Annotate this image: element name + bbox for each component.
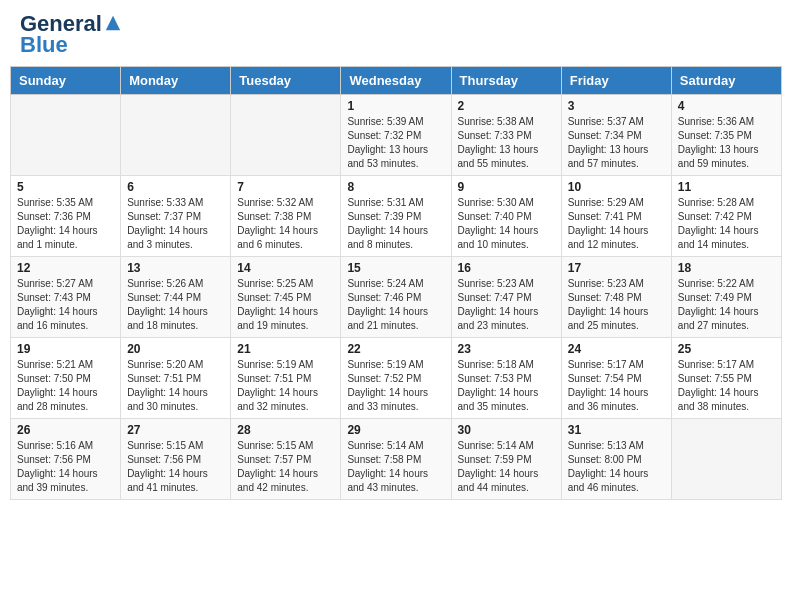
day-number: 17 [568, 261, 665, 275]
calendar-cell: 29Sunrise: 5:14 AMSunset: 7:58 PMDayligh… [341, 419, 451, 500]
day-info: Sunrise: 5:27 AMSunset: 7:43 PMDaylight:… [17, 277, 114, 333]
calendar-week-row: 12Sunrise: 5:27 AMSunset: 7:43 PMDayligh… [11, 257, 782, 338]
calendar-cell: 4Sunrise: 5:36 AMSunset: 7:35 PMDaylight… [671, 95, 781, 176]
day-number: 11 [678, 180, 775, 194]
day-number: 1 [347, 99, 444, 113]
calendar-week-row: 5Sunrise: 5:35 AMSunset: 7:36 PMDaylight… [11, 176, 782, 257]
day-number: 23 [458, 342, 555, 356]
day-info: Sunrise: 5:16 AMSunset: 7:56 PMDaylight:… [17, 439, 114, 495]
day-info: Sunrise: 5:19 AMSunset: 7:51 PMDaylight:… [237, 358, 334, 414]
calendar-cell: 3Sunrise: 5:37 AMSunset: 7:34 PMDaylight… [561, 95, 671, 176]
day-number: 13 [127, 261, 224, 275]
logo: General Blue [20, 12, 122, 58]
day-info: Sunrise: 5:20 AMSunset: 7:51 PMDaylight:… [127, 358, 224, 414]
page-header: General Blue [0, 0, 792, 66]
weekday-header-monday: Monday [121, 67, 231, 95]
day-info: Sunrise: 5:18 AMSunset: 7:53 PMDaylight:… [458, 358, 555, 414]
calendar-cell: 20Sunrise: 5:20 AMSunset: 7:51 PMDayligh… [121, 338, 231, 419]
day-info: Sunrise: 5:36 AMSunset: 7:35 PMDaylight:… [678, 115, 775, 171]
day-number: 3 [568, 99, 665, 113]
day-number: 20 [127, 342, 224, 356]
day-info: Sunrise: 5:14 AMSunset: 7:58 PMDaylight:… [347, 439, 444, 495]
calendar-cell: 13Sunrise: 5:26 AMSunset: 7:44 PMDayligh… [121, 257, 231, 338]
calendar-cell: 23Sunrise: 5:18 AMSunset: 7:53 PMDayligh… [451, 338, 561, 419]
day-info: Sunrise: 5:23 AMSunset: 7:48 PMDaylight:… [568, 277, 665, 333]
day-info: Sunrise: 5:22 AMSunset: 7:49 PMDaylight:… [678, 277, 775, 333]
day-info: Sunrise: 5:30 AMSunset: 7:40 PMDaylight:… [458, 196, 555, 252]
day-number: 15 [347, 261, 444, 275]
calendar-cell: 24Sunrise: 5:17 AMSunset: 7:54 PMDayligh… [561, 338, 671, 419]
day-number: 29 [347, 423, 444, 437]
calendar-cell: 7Sunrise: 5:32 AMSunset: 7:38 PMDaylight… [231, 176, 341, 257]
weekday-header-saturday: Saturday [671, 67, 781, 95]
calendar-cell: 2Sunrise: 5:38 AMSunset: 7:33 PMDaylight… [451, 95, 561, 176]
day-number: 4 [678, 99, 775, 113]
day-info: Sunrise: 5:14 AMSunset: 7:59 PMDaylight:… [458, 439, 555, 495]
day-number: 22 [347, 342, 444, 356]
day-number: 27 [127, 423, 224, 437]
calendar-cell [121, 95, 231, 176]
calendar-cell: 26Sunrise: 5:16 AMSunset: 7:56 PMDayligh… [11, 419, 121, 500]
day-number: 28 [237, 423, 334, 437]
weekday-header-sunday: Sunday [11, 67, 121, 95]
calendar-cell: 27Sunrise: 5:15 AMSunset: 7:56 PMDayligh… [121, 419, 231, 500]
calendar-cell: 6Sunrise: 5:33 AMSunset: 7:37 PMDaylight… [121, 176, 231, 257]
calendar-cell [231, 95, 341, 176]
logo-icon [104, 14, 122, 32]
calendar-cell: 22Sunrise: 5:19 AMSunset: 7:52 PMDayligh… [341, 338, 451, 419]
day-info: Sunrise: 5:35 AMSunset: 7:36 PMDaylight:… [17, 196, 114, 252]
calendar-cell: 11Sunrise: 5:28 AMSunset: 7:42 PMDayligh… [671, 176, 781, 257]
day-number: 16 [458, 261, 555, 275]
day-info: Sunrise: 5:13 AMSunset: 8:00 PMDaylight:… [568, 439, 665, 495]
day-number: 30 [458, 423, 555, 437]
svg-marker-0 [106, 16, 120, 30]
day-info: Sunrise: 5:24 AMSunset: 7:46 PMDaylight:… [347, 277, 444, 333]
calendar-cell: 14Sunrise: 5:25 AMSunset: 7:45 PMDayligh… [231, 257, 341, 338]
day-number: 7 [237, 180, 334, 194]
day-number: 18 [678, 261, 775, 275]
day-info: Sunrise: 5:32 AMSunset: 7:38 PMDaylight:… [237, 196, 334, 252]
calendar-cell [671, 419, 781, 500]
day-info: Sunrise: 5:33 AMSunset: 7:37 PMDaylight:… [127, 196, 224, 252]
day-info: Sunrise: 5:23 AMSunset: 7:47 PMDaylight:… [458, 277, 555, 333]
weekday-header-friday: Friday [561, 67, 671, 95]
day-number: 2 [458, 99, 555, 113]
calendar-cell: 12Sunrise: 5:27 AMSunset: 7:43 PMDayligh… [11, 257, 121, 338]
day-number: 8 [347, 180, 444, 194]
calendar-week-row: 1Sunrise: 5:39 AMSunset: 7:32 PMDaylight… [11, 95, 782, 176]
calendar-cell: 17Sunrise: 5:23 AMSunset: 7:48 PMDayligh… [561, 257, 671, 338]
calendar-cell: 8Sunrise: 5:31 AMSunset: 7:39 PMDaylight… [341, 176, 451, 257]
day-number: 6 [127, 180, 224, 194]
day-number: 26 [17, 423, 114, 437]
day-number: 25 [678, 342, 775, 356]
day-info: Sunrise: 5:31 AMSunset: 7:39 PMDaylight:… [347, 196, 444, 252]
weekday-header-wednesday: Wednesday [341, 67, 451, 95]
weekday-header-tuesday: Tuesday [231, 67, 341, 95]
day-number: 31 [568, 423, 665, 437]
day-number: 9 [458, 180, 555, 194]
day-info: Sunrise: 5:17 AMSunset: 7:55 PMDaylight:… [678, 358, 775, 414]
calendar-cell: 25Sunrise: 5:17 AMSunset: 7:55 PMDayligh… [671, 338, 781, 419]
calendar-cell: 21Sunrise: 5:19 AMSunset: 7:51 PMDayligh… [231, 338, 341, 419]
day-info: Sunrise: 5:28 AMSunset: 7:42 PMDaylight:… [678, 196, 775, 252]
calendar-cell: 5Sunrise: 5:35 AMSunset: 7:36 PMDaylight… [11, 176, 121, 257]
calendar-cell: 19Sunrise: 5:21 AMSunset: 7:50 PMDayligh… [11, 338, 121, 419]
calendar-cell: 30Sunrise: 5:14 AMSunset: 7:59 PMDayligh… [451, 419, 561, 500]
day-info: Sunrise: 5:38 AMSunset: 7:33 PMDaylight:… [458, 115, 555, 171]
calendar-cell: 31Sunrise: 5:13 AMSunset: 8:00 PMDayligh… [561, 419, 671, 500]
weekday-header-thursday: Thursday [451, 67, 561, 95]
day-number: 10 [568, 180, 665, 194]
day-info: Sunrise: 5:15 AMSunset: 7:57 PMDaylight:… [237, 439, 334, 495]
day-number: 5 [17, 180, 114, 194]
calendar-cell: 16Sunrise: 5:23 AMSunset: 7:47 PMDayligh… [451, 257, 561, 338]
weekday-header-row: SundayMondayTuesdayWednesdayThursdayFrid… [11, 67, 782, 95]
calendar-cell: 1Sunrise: 5:39 AMSunset: 7:32 PMDaylight… [341, 95, 451, 176]
day-info: Sunrise: 5:19 AMSunset: 7:52 PMDaylight:… [347, 358, 444, 414]
calendar-cell [11, 95, 121, 176]
calendar-cell: 15Sunrise: 5:24 AMSunset: 7:46 PMDayligh… [341, 257, 451, 338]
calendar-table: SundayMondayTuesdayWednesdayThursdayFrid… [10, 66, 782, 500]
calendar-cell: 9Sunrise: 5:30 AMSunset: 7:40 PMDaylight… [451, 176, 561, 257]
day-info: Sunrise: 5:25 AMSunset: 7:45 PMDaylight:… [237, 277, 334, 333]
day-info: Sunrise: 5:15 AMSunset: 7:56 PMDaylight:… [127, 439, 224, 495]
day-info: Sunrise: 5:39 AMSunset: 7:32 PMDaylight:… [347, 115, 444, 171]
